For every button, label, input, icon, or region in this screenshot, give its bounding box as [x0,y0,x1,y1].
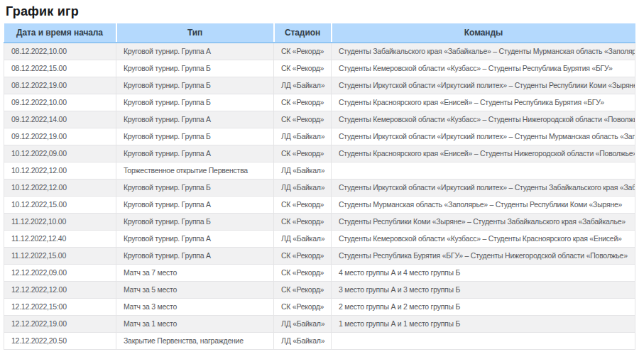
schedule-table: Дата и время начала Тип Стадион Команды … [4,23,635,350]
cell-teams: Студенты Красноярского края «Енисей» – С… [332,145,635,162]
cell-stadium: ЛД «Байкал» [274,230,332,247]
cell-teams: Студенты Кемеровской области «Кузбасс» –… [332,111,635,128]
cell-type: Круговой турнир. Группа Б [116,179,274,196]
cell-datetime: 12.12.2022,09.00 [4,264,116,281]
table-row: 08.12.2022,15.00Круговой турнир. Группа … [4,60,635,77]
cell-type: Матч за 7 место [116,264,274,281]
cell-teams: Студенты Кемеровской области «Кузбасс» –… [332,230,635,247]
table-row: 11.12.2022,10.00Круговой турнир. Группа … [4,213,635,230]
cell-stadium: СК «Рекорд» [274,94,332,111]
cell-stadium: СК «Рекорд» [274,196,332,213]
column-header-type: Тип [116,23,274,43]
cell-datetime: 10.12.2022,09.00 [4,145,116,162]
cell-datetime: 11.12.2022,15.00 [4,247,116,264]
cell-datetime: 10.12.2022,15.00 [4,196,116,213]
table-row: 11.12.2022,15.00Круговой турнир. Группа … [4,247,635,264]
cell-type: Закрытие Первенства, награждение [116,332,274,349]
table-row: 09.12.2022,19.00Круговой турнир. Группа … [4,128,635,145]
cell-stadium: СК «Рекорд» [274,145,332,162]
cell-teams: 4 место группы А и 4 место группы Б [332,264,635,281]
cell-stadium: СК «Рекорд» [274,281,332,298]
table-body: 08.12.2022,10.00Круговой турнир. Группа … [4,43,635,349]
cell-teams: Студенты Красноярского края «Енисей» – С… [332,94,635,111]
cell-type: Круговой турнир. Группа А [116,43,274,60]
cell-datetime: 09.12.2022,14.00 [4,111,116,128]
cell-teams: Студенты Республика Бурятия «БГУ» – Студ… [332,247,635,264]
cell-teams: Студенты Иркутской области «Иркутский по… [332,77,635,94]
cell-type: Круговой турнир. Группа Б [116,128,274,145]
cell-stadium: СК «Рекорд» [274,247,332,264]
cell-stadium: СК «Рекорд» [274,43,332,60]
cell-stadium: ЛД «Байкал» [274,332,332,349]
cell-type: Торжественное открытие Первенства [116,162,274,179]
page-title: График игр [6,4,639,19]
cell-teams: 3 место группы А и 3 место группы Б [332,281,635,298]
cell-type: Круговой турнир. Группа А [116,247,274,264]
cell-datetime: 12.12.2022,20.50 [4,332,116,349]
cell-stadium: СК «Рекорд» [274,298,332,315]
table-row: 10.12.2022,12.00Торжественное открытие П… [4,162,635,179]
table-row: 12.12.2022,09.00Матч за 7 местоСК «Рекор… [4,264,635,281]
cell-stadium: СК «Рекорд» [274,60,332,77]
cell-teams [332,332,635,349]
cell-datetime: 10.12.2022,12.00 [4,179,116,196]
cell-teams: Студенты Иркутской области «Иркутский по… [332,179,635,196]
cell-datetime: 08.12.2022,10.00 [4,43,116,60]
table-row: 09.12.2022,14.00Круговой турнир. Группа … [4,111,635,128]
column-header-datetime: Дата и время начала [4,23,116,43]
cell-teams: 1 место группы А и 1 место группы Б [332,315,635,332]
cell-type: Матч за 1 место [116,315,274,332]
cell-stadium: СК «Рекорд» [274,111,332,128]
table-row: 10.12.2022,12.00Круговой турнир. Группа … [4,179,635,196]
cell-datetime: 08.12.2022,15.00 [4,60,116,77]
table-row: 10.12.2022,15.00Круговой турнир. Группа … [4,196,635,213]
cell-teams: Студенты Республики Коми «Зыряне» – Студ… [332,213,635,230]
cell-type: Круговой турнир. Группа А [116,230,274,247]
cell-teams: Студенты Иркутской области «Иркутский по… [332,128,635,145]
table-row: 12.12.2022,19.00Матч за 1 местоЛД «Байка… [4,315,635,332]
cell-type: Круговой турнир. Группа А [116,111,274,128]
table-row: 12.12.2022,15:00Матч за 3 местоСК «Рекор… [4,298,635,315]
cell-stadium: ЛД «Байкал» [274,128,332,145]
cell-type: Круговой турнир. Группа Б [116,94,274,111]
cell-teams: Студенты Мурманская область «Заполярье» … [332,196,635,213]
header-row: Дата и время начала Тип Стадион Команды [4,23,635,43]
cell-type: Матч за 5 место [116,281,274,298]
cell-type: Круговой турнир. Группа А [116,196,274,213]
cell-datetime: 12.12.2022,12.00 [4,281,116,298]
table-row: 10.12.2022,09.00Круговой турнир. Группа … [4,145,635,162]
cell-teams: 2 место группы А и 2 место группы Б [332,298,635,315]
cell-datetime: 10.12.2022,12.00 [4,162,116,179]
cell-datetime: 11.12.2022,12.40 [4,230,116,247]
cell-datetime: 09.12.2022,19.00 [4,128,116,145]
table-row: 08.12.2022,10.00Круговой турнир. Группа … [4,43,635,60]
cell-datetime: 12.12.2022,15:00 [4,298,116,315]
cell-type: Круговой турнир. Группа Б [116,60,274,77]
cell-datetime: 08.12.2022,19.00 [4,77,116,94]
column-header-teams: Команды [332,23,635,43]
cell-type: Матч за 3 место [116,298,274,315]
cell-stadium: СК «Рекорд» [274,213,332,230]
cell-teams: Студенты Забайкальского края «Забайкалье… [332,43,635,60]
table-row: 12.12.2022,12.00Матч за 5 местоСК «Рекор… [4,281,635,298]
cell-stadium: ЛД «Байкал» [274,179,332,196]
table-row: 11.12.2022,12.40Круговой турнир. Группа … [4,230,635,247]
cell-type: Круговой турнир. Группа Б [116,213,274,230]
cell-type: Круговой турнир. Группа Б [116,77,274,94]
table-row: 12.12.2022,20.50Закрытие Первенства, наг… [4,332,635,349]
cell-type: Круговой турнир. Группа А [116,145,274,162]
cell-stadium: ЛД «Байкал» [274,77,332,94]
cell-teams [332,162,635,179]
cell-stadium: ЛД «Байкал» [274,162,332,179]
cell-datetime: 12.12.2022,19.00 [4,315,116,332]
column-header-stadium: Стадион [274,23,332,43]
cell-teams: Студенты Кемеровской области «Кузбасс» –… [332,60,635,77]
cell-stadium: ЛД «Байкал» [274,315,332,332]
cell-stadium: СК «Рекорд» [274,264,332,281]
cell-datetime: 11.12.2022,10.00 [4,213,116,230]
table-row: 09.12.2022,10.00Круговой турнир. Группа … [4,94,635,111]
table-row: 08.12.2022,19.00Круговой турнир. Группа … [4,77,635,94]
cell-datetime: 09.12.2022,10.00 [4,94,116,111]
